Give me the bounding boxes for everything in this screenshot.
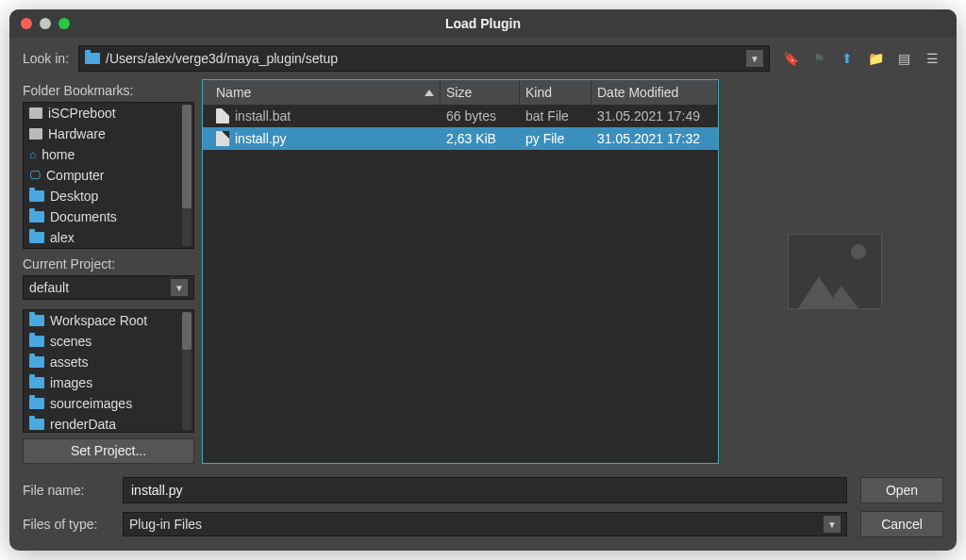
- image-placeholder-icon: [788, 234, 882, 309]
- filetype-label: Files of type:: [23, 517, 109, 532]
- lookin-label: Look in:: [23, 51, 69, 66]
- bookmark-add-icon[interactable]: 🔖: [779, 47, 802, 70]
- list-item[interactable]: iSCPreboot: [24, 103, 193, 124]
- list-item[interactable]: scenes: [24, 331, 193, 352]
- list-item-label: Documents: [50, 209, 117, 224]
- disk-icon: [29, 128, 42, 140]
- titlebar: Load Plugin: [9, 9, 957, 38]
- cancel-button[interactable]: Cancel: [860, 511, 943, 537]
- filename-label: File name:: [23, 483, 109, 498]
- list-item-label: assets: [50, 354, 88, 370]
- folder-icon: [29, 398, 44, 409]
- list-item[interactable]: images: [24, 372, 193, 393]
- col-name[interactable]: Name: [210, 80, 441, 105]
- workspace-list[interactable]: Workspace Rootscenesassetsimagessourceim…: [23, 309, 194, 433]
- folder-icon: [29, 315, 44, 326]
- monitor-icon: 🖵: [29, 169, 41, 182]
- list-item[interactable]: Workspace Root: [24, 310, 193, 331]
- table-body[interactable]: install.bat 66 bytes bat File 31.05.2021…: [203, 105, 718, 463]
- chevron-down-icon[interactable]: ▼: [824, 516, 841, 533]
- folder-icon: [29, 232, 44, 243]
- disk-icon: [29, 107, 42, 119]
- folder-icon: [29, 190, 44, 202]
- set-project-button[interactable]: Set Project...: [23, 438, 194, 464]
- filename-input[interactable]: [123, 477, 847, 503]
- list-item[interactable]: renderData: [24, 414, 193, 433]
- col-kind[interactable]: Kind: [520, 80, 591, 105]
- folder-icon: [29, 377, 44, 388]
- new-folder-icon[interactable]: 📁: [864, 47, 887, 70]
- list-item[interactable]: sourceimages: [24, 393, 193, 414]
- bookmarks-list[interactable]: iSCPrebootHardware⌂home🖵ComputerDesktopD…: [23, 102, 194, 249]
- file-icon: [216, 108, 229, 124]
- path-text: /Users/alex/verge3d/maya_plugin/setup: [106, 51, 338, 66]
- list-item[interactable]: Documents: [24, 206, 193, 227]
- close-icon[interactable]: [21, 18, 32, 29]
- dialog-window: Load Plugin Look in: /Users/alex/verge3d…: [9, 9, 957, 551]
- file-date: 31.05.2021 17:32: [591, 131, 718, 146]
- file-icon: [216, 131, 229, 146]
- path-combo[interactable]: /Users/alex/verge3d/maya_plugin/setup ▼: [78, 45, 770, 72]
- list-item-label: iSCPreboot: [48, 106, 116, 121]
- list-item-label: home: [42, 147, 75, 162]
- list-item-label: Computer: [46, 168, 104, 183]
- window-title: Load Plugin: [445, 16, 521, 31]
- lookin-row: Look in: /Users/alex/verge3d/maya_plugin…: [9, 38, 957, 79]
- col-size[interactable]: Size: [441, 80, 520, 105]
- list-item-label: Hardware: [48, 126, 106, 141]
- col-date[interactable]: Date Modified: [591, 80, 718, 105]
- sidebar: Folder Bookmarks: iSCPrebootHardware⌂hom…: [23, 79, 194, 464]
- nav-icons: 🔖 ⚑ ⬆ 📁 ▤ ☰: [779, 47, 943, 70]
- filetype-value: Plug-in Files: [129, 517, 202, 532]
- up-icon[interactable]: ⬆: [836, 47, 858, 70]
- file-size: 2,63 KiB: [441, 131, 520, 146]
- list-item[interactable]: 🖵Computer: [24, 165, 193, 186]
- table-row[interactable]: install.bat 66 bytes bat File 31.05.2021…: [203, 105, 718, 127]
- list-item-label: images: [50, 375, 92, 390]
- list-item-label: Workspace Root: [50, 313, 147, 328]
- minimize-icon[interactable]: [40, 18, 51, 29]
- file-kind: py File: [520, 131, 591, 146]
- chevron-down-icon[interactable]: ▼: [746, 50, 763, 67]
- footer: File name: Open Files of type: Plug-in F…: [9, 471, 957, 551]
- project-label: Current Project:: [23, 256, 194, 272]
- list-item-label: alex: [50, 230, 75, 245]
- list-view-icon[interactable]: ▤: [892, 47, 915, 70]
- list-item[interactable]: alex: [24, 227, 193, 248]
- project-combo[interactable]: default ▼: [23, 275, 194, 299]
- file-table: Name Size Kind Date Modified install.bat…: [202, 79, 719, 464]
- list-item-label: Desktop: [50, 189, 98, 204]
- bookmark-remove-icon[interactable]: ⚑: [808, 47, 830, 70]
- table-header: Name Size Kind Date Modified: [203, 80, 718, 105]
- home-icon: ⌂: [29, 148, 36, 161]
- maximize-icon[interactable]: [58, 18, 70, 29]
- file-name: install.bat: [235, 108, 291, 124]
- list-item[interactable]: assets: [24, 352, 193, 372]
- file-name: install.py: [235, 131, 286, 146]
- filetype-combo[interactable]: Plug-in Files ▼: [123, 512, 847, 536]
- list-item[interactable]: Hardware: [24, 124, 193, 144]
- project-value: default: [29, 280, 69, 295]
- preview-pane: [726, 79, 943, 464]
- list-item-label: renderData: [50, 417, 116, 432]
- file-date: 31.05.2021 17:49: [591, 108, 718, 124]
- folder-icon: [85, 53, 100, 64]
- list-item[interactable]: ⌂home: [24, 144, 193, 165]
- file-kind: bat File: [520, 108, 591, 124]
- folder-icon: [29, 211, 44, 222]
- file-size: 66 bytes: [441, 108, 520, 124]
- folder-icon: [29, 336, 44, 347]
- list-item-label: sourceimages: [50, 396, 132, 411]
- bookmarks-label: Folder Bookmarks:: [23, 83, 194, 98]
- traffic-lights: [21, 18, 70, 29]
- list-item[interactable]: Desktop: [24, 186, 193, 206]
- scrollbar[interactable]: [182, 312, 192, 430]
- chevron-down-icon[interactable]: ▼: [171, 279, 188, 296]
- detail-view-icon[interactable]: ☰: [921, 47, 943, 70]
- sort-asc-icon: [425, 90, 434, 96]
- table-row[interactable]: install.py 2,63 KiB py File 31.05.2021 1…: [203, 127, 718, 150]
- open-button[interactable]: Open: [860, 477, 943, 503]
- list-item-label: scenes: [50, 334, 92, 349]
- scrollbar[interactable]: [182, 105, 192, 246]
- folder-icon: [29, 356, 44, 368]
